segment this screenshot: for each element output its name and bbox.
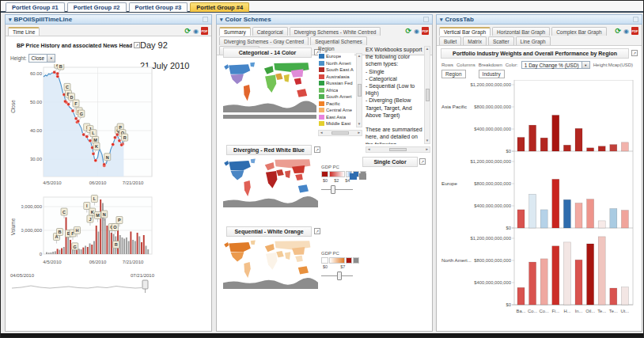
range-slider-track[interactable] bbox=[10, 278, 154, 297]
crosstab-bar-chart[interactable]: $1,200,000,000,000$800,000,000,000$400,0… bbox=[438, 80, 639, 327]
cs-tab-sequential-schemes[interactable]: Sequential Schemes bbox=[310, 36, 367, 45]
svg-text:$0: $0 bbox=[506, 149, 511, 154]
popout-icon[interactable]: ↗ bbox=[134, 42, 140, 48]
portlet-tab-bar: Portlet Group #1Portlet Group #2Portlet … bbox=[6, 2, 249, 12]
gdp-tick: $2 bbox=[334, 178, 339, 183]
color-select[interactable]: 1 Day Change % (USD) ▼ bbox=[521, 61, 590, 69]
portlet-tab-portlet-group-4[interactable]: Portlet Group #4 bbox=[190, 2, 249, 12]
scroll-left-icon[interactable]: ◄ bbox=[320, 131, 323, 135]
scroll-right-icon[interactable]: ► bbox=[426, 147, 429, 152]
record-icon[interactable]: ◉ bbox=[623, 28, 629, 35]
gradient-swatch bbox=[346, 257, 352, 264]
slider-handle[interactable] bbox=[331, 185, 335, 194]
legend-swatch bbox=[319, 101, 324, 106]
world-map-diverging bbox=[223, 157, 318, 207]
portlet-tab-portlet-group-2[interactable]: Portlet Group #2 bbox=[67, 2, 127, 12]
svg-text:B: B bbox=[59, 64, 63, 69]
columns-label: Columns bbox=[456, 63, 475, 67]
scroll-up-icon[interactable]: ▲ bbox=[358, 54, 361, 59]
popout-icon[interactable]: ↗ bbox=[631, 50, 638, 56]
svg-text:K: K bbox=[95, 144, 98, 149]
bp-range-slider: 04/05/2010 07/21/2010 bbox=[10, 273, 154, 300]
map-antarctica-strip bbox=[223, 115, 316, 119]
scroll-up-icon[interactable]: ▲ bbox=[426, 47, 429, 51]
bp-tab-time-line[interactable]: Time Line bbox=[8, 27, 40, 36]
svg-text:G: G bbox=[74, 245, 77, 249]
region-legend-hscrollbar[interactable]: ◄► bbox=[318, 130, 362, 136]
window-restore-icon[interactable] bbox=[203, 17, 208, 22]
panel-header-crosstab[interactable]: ▾ CrossTab bbox=[436, 14, 642, 25]
ct-tab-scatter[interactable]: Scatter bbox=[488, 36, 514, 45]
height-select[interactable]: Close ▼ bbox=[28, 54, 56, 63]
legend-swatch bbox=[319, 121, 324, 126]
legend-label: Australasia bbox=[326, 74, 350, 79]
legend-label: Central Ame bbox=[326, 108, 352, 112]
chevron-down-icon[interactable]: ▼ bbox=[47, 55, 55, 62]
legend-label: South Ameri bbox=[326, 94, 352, 99]
record-icon[interactable]: ◉ bbox=[414, 28, 419, 35]
ct-tab-complex-bar-graph[interactable]: Complex Bar Graph bbox=[551, 27, 606, 36]
ct-tab-line-graph[interactable]: Line Graph bbox=[516, 36, 551, 45]
breakdown-chip[interactable]: Industry bbox=[479, 70, 505, 78]
svg-text:$800,000,000,000: $800,000,000,000 bbox=[474, 104, 511, 109]
gdp-legend-title: GDP PC bbox=[321, 251, 370, 256]
collapse-icon[interactable]: ▾ bbox=[9, 17, 12, 23]
bp-volume-chart[interactable]: 200,000,000100,000,0000ABCEFGHIJKLMNQOPR… bbox=[21, 192, 154, 268]
legend-item-south-east-a: South East A bbox=[318, 66, 354, 74]
color-label: Color: bbox=[506, 63, 518, 67]
scrollbar-thumb[interactable] bbox=[358, 84, 362, 97]
bp-price-chart[interactable]: 60.0050.0040.0030.00ABCEDFHGIJLMKNQPOR4/… bbox=[21, 64, 154, 189]
chevron-down-icon[interactable]: ▼ bbox=[581, 62, 589, 68]
svg-text:C: C bbox=[66, 85, 69, 89]
svg-text:G: G bbox=[80, 112, 83, 116]
popout-icon[interactable]: ↗ bbox=[314, 228, 320, 234]
portlet-tab-portlet-group-3[interactable]: Portlet Group #3 bbox=[129, 2, 188, 12]
cs-tab-diverging-schemes-white-centred[interactable]: Diverging Schemes - White Centred bbox=[290, 27, 381, 36]
ct-tab-vertical-bar-graph[interactable]: Vertical Bar Graph bbox=[439, 27, 491, 36]
ct-tab-horizontal-bar-graph[interactable]: Horizontal Bar Graph bbox=[492, 27, 550, 36]
rows-chip[interactable]: Region bbox=[441, 70, 466, 78]
svg-text:$0: $0 bbox=[506, 226, 511, 230]
region-legend-vscrollbar[interactable]: ▲▼ bbox=[356, 53, 362, 127]
panel-header-bp[interactable]: ▾ BPOilSpillTimeLine bbox=[5, 14, 212, 25]
popout-icon[interactable]: ↗ bbox=[314, 146, 320, 153]
svg-text:Ut...: Ut... bbox=[621, 309, 630, 313]
record-icon[interactable]: ◉ bbox=[193, 28, 199, 35]
refresh-icon[interactable]: ⟳ bbox=[405, 28, 411, 35]
window-restore-icon[interactable] bbox=[633, 17, 638, 22]
pdf-export-icon[interactable]: PDF bbox=[422, 27, 429, 35]
legend-item-pacific: Pacific bbox=[318, 101, 354, 108]
scroll-left-icon[interactable]: ◄ bbox=[367, 147, 370, 152]
svg-text:P: P bbox=[118, 218, 121, 222]
svg-text:C: C bbox=[63, 210, 66, 215]
cs-tab-summary[interactable]: Summary bbox=[219, 27, 251, 36]
ct-tab-matrix[interactable]: Matrix bbox=[463, 36, 487, 45]
cs-tab-categorical[interactable]: Categorical bbox=[252, 27, 288, 36]
portlet-tab-portlet-group-1[interactable]: Portlet Group #1 bbox=[6, 2, 65, 12]
window-restore-icon[interactable] bbox=[423, 17, 429, 22]
legend-swatch bbox=[319, 67, 324, 72]
collapse-icon[interactable]: ▾ bbox=[220, 17, 223, 23]
pdf-export-icon[interactable]: PDF bbox=[631, 27, 638, 35]
svg-text:N: N bbox=[103, 212, 106, 217]
info-vscrollbar[interactable]: ▲▼ bbox=[424, 46, 430, 144]
info-text-box: EX Workbooks support the following color… bbox=[366, 46, 430, 154]
scrollbar-thumb[interactable] bbox=[426, 89, 430, 101]
scroll-right-icon[interactable]: ► bbox=[358, 131, 361, 135]
scroll-down-icon[interactable]: ▼ bbox=[358, 122, 361, 127]
info-hscrollbar[interactable]: ◄► bbox=[366, 146, 430, 153]
popout-icon[interactable]: ↗ bbox=[419, 158, 426, 165]
slider-handle[interactable] bbox=[337, 272, 342, 280]
panel-header-color-schemes[interactable]: ▾ Color Schemes bbox=[216, 14, 433, 25]
scroll-down-icon[interactable]: ▼ bbox=[426, 139, 429, 143]
legend-swatch bbox=[319, 74, 324, 79]
cs-tab-diverging-schemes-gray-centred[interactable]: Diverging Schemes - Gray Centred bbox=[219, 36, 309, 45]
refresh-icon[interactable]: ⟳ bbox=[615, 28, 621, 35]
scrollbar-thumb[interactable] bbox=[331, 131, 349, 135]
svg-text:M: M bbox=[96, 213, 100, 218]
refresh-icon[interactable]: ⟳ bbox=[184, 28, 191, 35]
scrollbar-thumb[interactable] bbox=[389, 148, 407, 151]
pdf-export-icon[interactable]: PDF bbox=[201, 27, 208, 35]
collapse-icon[interactable]: ▾ bbox=[440, 17, 443, 23]
ct-tab-bullet[interactable]: Bullet bbox=[439, 36, 461, 45]
